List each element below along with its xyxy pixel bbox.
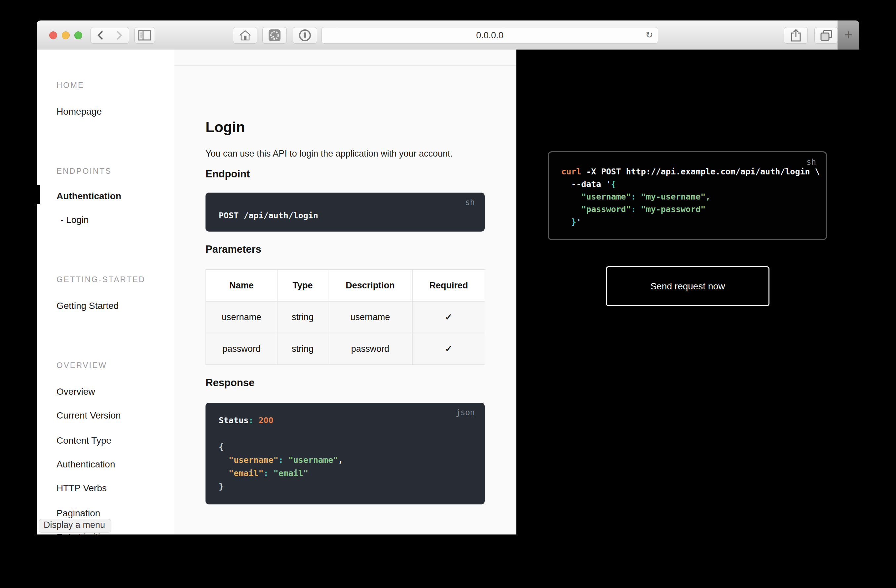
zoom-window-button[interactable] <box>74 31 82 39</box>
curl-code-line: }' <box>561 216 826 228</box>
endpoint-code: POST /api/auth/login <box>219 209 485 222</box>
parameters-heading: Parameters <box>206 244 485 255</box>
back-chevron-icon <box>97 30 104 41</box>
endpoint-code-block: sh POST /api/auth/login <box>206 193 485 232</box>
tabs-icon <box>820 30 832 41</box>
code-lang-badge: json <box>456 408 475 417</box>
sidebar-icon <box>138 30 151 41</box>
sidebar-item-pagination[interactable]: Pagination <box>56 508 174 519</box>
curl-code-block: sh curl -X POST http://api.example.com/a… <box>548 151 827 240</box>
tab-overview-button[interactable] <box>814 27 838 44</box>
col-header-name: Name <box>206 270 277 301</box>
browser-toolbar: 0.0.0.0 ↻ + <box>37 20 859 50</box>
response-heading: Response <box>206 377 485 389</box>
required-check-icon: ✓ <box>412 301 485 333</box>
endpoint-heading: Endpoint <box>206 168 485 180</box>
response-code-line <box>219 427 485 440</box>
sidebar-item-authentication[interactable]: Authentication <box>56 191 174 201</box>
response-code-line: { <box>219 440 485 454</box>
docs-sidebar: HOME Homepage ENDPOINTS Authentication -… <box>37 50 174 535</box>
browser-window: 0.0.0.0 ↻ + HOME Homepage ENDPOINTS <box>37 20 859 535</box>
share-button[interactable] <box>784 27 808 44</box>
camera-lens-icon <box>268 29 281 42</box>
docs-content: Login You can use this API to login the … <box>174 50 517 535</box>
curl-code-line: curl -X POST http://api.example.com/api/… <box>561 166 826 178</box>
active-item-indicator <box>37 185 40 204</box>
param-description: username <box>328 301 412 333</box>
sidebar-header-getting-started: GETTING-STARTED <box>56 274 174 285</box>
sidebar-item-http-verbs[interactable]: HTTP Verbs <box>56 483 174 494</box>
param-name: password <box>206 333 277 365</box>
code-lang-badge: sh <box>465 198 475 207</box>
close-window-button[interactable] <box>49 31 57 39</box>
sidebar-header-endpoints: ENDPOINTS <box>56 166 174 177</box>
request-panel: sh curl -X POST http://api.example.com/a… <box>517 50 859 535</box>
share-icon <box>791 29 801 42</box>
response-code-line: Status: 200 <box>219 414 485 427</box>
extension-lens-button[interactable] <box>262 27 287 44</box>
url-text: 0.0.0.0 <box>476 30 503 41</box>
new-tab-area: + <box>838 20 859 50</box>
code-lang-badge: sh <box>806 158 816 167</box>
sidebar-nav: HOME Homepage ENDPOINTS Authentication -… <box>37 80 174 535</box>
col-header-required: Required <box>412 270 485 301</box>
home-icon <box>239 30 251 41</box>
parameters-table: Name Type Description Required username … <box>206 269 485 365</box>
table-row: username string username ✓ <box>206 301 485 333</box>
sidebar-item-authentication-2[interactable]: Authentication <box>56 459 174 470</box>
sidebar-header-overview: OVERVIEW <box>56 360 174 371</box>
sidebar-item-login[interactable]: - Login <box>56 215 174 225</box>
reload-icon[interactable]: ↻ <box>646 29 653 40</box>
col-header-description: Description <box>328 270 412 301</box>
table-header-row: Name Type Description Required <box>206 270 485 301</box>
page-title: Login <box>206 119 485 136</box>
status-tooltip: Display a menu <box>39 519 111 533</box>
param-type: string <box>277 301 328 333</box>
curl-code-line: --data '{ <box>561 178 826 190</box>
send-request-button[interactable]: Send request now <box>606 266 770 306</box>
password-manager-button[interactable] <box>293 27 317 44</box>
col-header-type: Type <box>277 270 328 301</box>
sidebar-item-homepage[interactable]: Homepage <box>56 107 174 117</box>
response-code-line: "username": "username", <box>219 454 485 467</box>
response-code-block: json Status: 200 { "username": "username… <box>206 403 485 504</box>
forward-button[interactable] <box>110 27 129 44</box>
content-top-divider <box>174 50 517 66</box>
required-check-icon: ✓ <box>412 333 485 365</box>
param-description: password <box>328 333 412 365</box>
sidebar-item-getting-started[interactable]: Getting Started <box>56 301 174 311</box>
home-button[interactable] <box>233 27 258 44</box>
keyhole-icon <box>298 29 312 42</box>
sidebar-item-overview[interactable]: Overview <box>56 387 174 397</box>
param-name: username <box>206 301 277 333</box>
sidebar-header-home: HOME <box>56 80 174 90</box>
minimize-window-button[interactable] <box>62 31 70 39</box>
curl-code-line: "username": "my-username", <box>561 190 826 203</box>
sidebar-item-content-type[interactable]: Content Type <box>56 436 174 446</box>
forward-chevron-icon <box>116 30 123 41</box>
new-tab-button[interactable]: + <box>844 28 853 42</box>
address-bar[interactable]: 0.0.0.0 ↻ <box>322 27 658 44</box>
sidebar-item-current-version[interactable]: Current Version <box>56 410 174 421</box>
curl-code-line: "password": "my-password" <box>561 203 826 216</box>
param-type: string <box>277 333 328 365</box>
back-button[interactable] <box>90 27 110 44</box>
response-code-line: "email": "email" <box>219 467 485 480</box>
response-code-line: } <box>219 480 485 493</box>
table-row: password string password ✓ <box>206 333 485 365</box>
page-description: You can use this API to login the applic… <box>206 149 485 159</box>
sidebar-toggle-button[interactable] <box>134 27 155 44</box>
